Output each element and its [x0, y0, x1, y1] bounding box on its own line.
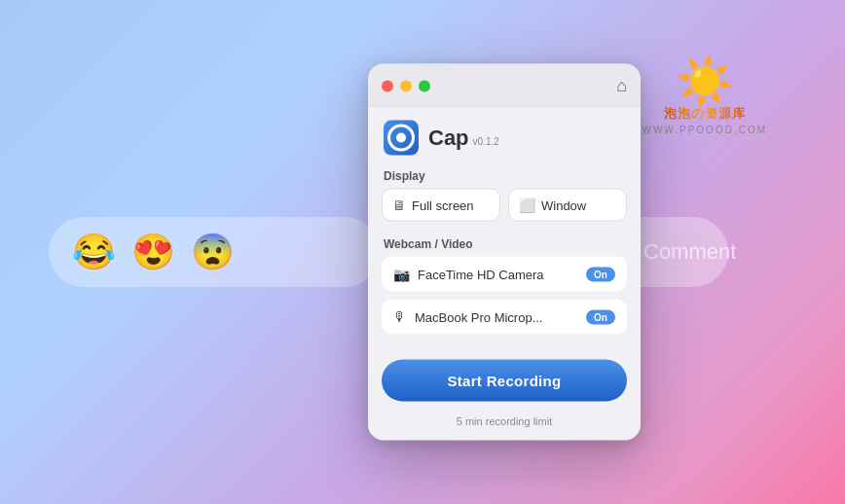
webcam-section: 📷 FaceTime HD Camera On 🎙 MacBook Pro Mi…	[368, 257, 641, 352]
emoji-laugh[interactable]: 😂	[72, 234, 116, 270]
traffic-light-close[interactable]	[382, 80, 393, 91]
microphone-icon: 🎙	[393, 309, 407, 325]
window-icon: ⬜	[519, 198, 535, 213]
record-section: Start Recording	[368, 352, 641, 408]
app-logo	[384, 121, 419, 156]
watermark-sun: ☀️	[676, 58, 734, 105]
traffic-light-minimize[interactable]	[400, 80, 412, 91]
microphone-name: MacBook Pro Microp...	[415, 309, 578, 324]
microphone-device-row: 🎙 MacBook Pro Microp... On	[382, 300, 627, 335]
emoji-bar: 😂 😍 😨	[49, 217, 380, 287]
camera-toggle[interactable]: On	[586, 267, 615, 281]
app-name-group: Cap v0.1.2	[428, 126, 499, 151]
webcam-section-label: Webcam / Video	[368, 234, 641, 257]
watermark-brand: 泡泡の资源库	[664, 105, 746, 123]
app-version: v0.1.2	[473, 136, 499, 147]
window-label: Window	[541, 198, 586, 212]
fullscreen-button[interactable]: 🖥 Full screen	[382, 189, 500, 222]
microphone-toggle[interactable]: On	[586, 309, 615, 324]
app-window: ⌂ Cap v0.1.2 Display 🖥 Full screen ⬜ Win…	[368, 64, 641, 441]
display-section-label: Display	[368, 165, 641, 189]
background: 😂 😍 😨 💬 Comment ☀️ 泡泡の资源库 WWW.PPOOOD.COM…	[0, 0, 845, 504]
fullscreen-label: Full screen	[412, 198, 474, 212]
app-header: Cap v0.1.2	[368, 107, 641, 165]
start-recording-button[interactable]: Start Recording	[382, 360, 627, 402]
display-options: 🖥 Full screen ⬜ Window	[368, 189, 641, 234]
watermark-url: WWW.PPOOOD.COM	[642, 125, 767, 135]
fullscreen-icon: 🖥	[392, 198, 406, 213]
camera-icon: 📷	[393, 267, 410, 282]
traffic-lights	[382, 80, 430, 91]
title-bar: ⌂	[368, 64, 641, 107]
emoji-love[interactable]: 😍	[131, 234, 175, 270]
emoji-shock[interactable]: 😨	[191, 234, 235, 270]
camera-name: FaceTime HD Camera	[418, 267, 578, 281]
camera-device-row: 📷 FaceTime HD Camera On	[382, 257, 627, 292]
app-logo-inner	[387, 125, 415, 152]
traffic-light-maximize[interactable]	[419, 80, 430, 91]
window-button[interactable]: ⬜ Window	[508, 189, 627, 222]
home-icon[interactable]: ⌂	[616, 76, 627, 96]
app-name: Cap	[428, 126, 469, 151]
comment-label: Comment	[643, 239, 736, 265]
watermark: ☀️ 泡泡の资源库 WWW.PPOOOD.COM	[642, 58, 767, 135]
record-limit: 5 min recording limit	[368, 408, 641, 441]
